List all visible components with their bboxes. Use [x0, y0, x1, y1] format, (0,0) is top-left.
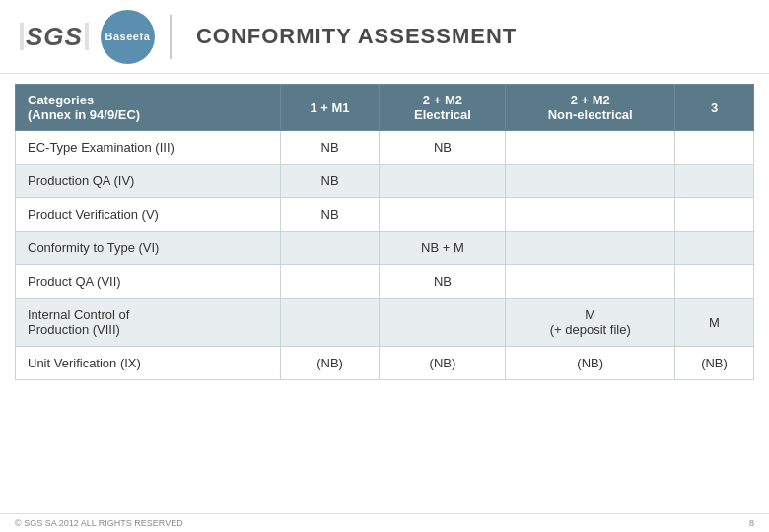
table-container: Categories (Annex in 94/9/EC) 1 + M1 2 +… [0, 74, 769, 513]
cell-m2n: (NB) [506, 347, 675, 380]
cell-m1 [280, 299, 380, 347]
cell-m2e [380, 299, 506, 347]
conformity-table: Categories (Annex in 94/9/EC) 1 + M1 2 +… [15, 84, 754, 380]
copyright-text: © SGS SA 2012 ALL RIGHTS RESERVED [15, 518, 183, 528]
table-body: EC-Type Examination (III)NBNBProduction … [16, 131, 754, 380]
table-row: Internal Control ofProduction (VIII)M(+ … [16, 299, 754, 347]
cell-c3 [675, 198, 754, 232]
cell-m2n [506, 198, 675, 232]
table-row: EC-Type Examination (III)NBNB [16, 131, 754, 165]
col-header-annex: (Annex in 94/9/EC) [28, 107, 140, 122]
cell-category: Unit Verification (IX) [16, 347, 281, 380]
col-header-c3: 3 [675, 85, 754, 131]
cell-m2n [506, 131, 675, 165]
cell-c3 [675, 232, 754, 265]
cell-m2e: (NB) [380, 347, 506, 380]
cell-m1: NB [280, 198, 380, 232]
cell-category: Product QA (VII) [16, 265, 281, 299]
sgs-text: SGS [26, 22, 83, 52]
cell-m2e: NB [380, 265, 506, 299]
table-header-row: Categories (Annex in 94/9/EC) 1 + M1 2 +… [16, 85, 754, 131]
col-header-m2e: 2 + M2Electrical [380, 85, 506, 131]
cell-m2e: NB [380, 131, 506, 165]
cell-category: Production QA (IV) [16, 165, 281, 198]
cell-category: Product Verification (V) [16, 198, 281, 232]
table-row: Product Verification (V)NB [16, 198, 754, 232]
sgs-bar-right [85, 23, 89, 50]
cell-m1: NB [280, 131, 380, 165]
cell-m2n [506, 265, 675, 299]
cell-category: EC-Type Examination (III) [16, 131, 281, 165]
footer: © SGS SA 2012 ALL RIGHTS RESERVED 8 [0, 513, 769, 532]
cell-c3: M [675, 299, 754, 347]
header-divider [170, 15, 172, 59]
cell-m2e: NB + M [380, 232, 506, 265]
cell-m2e [380, 198, 506, 232]
cell-m1 [280, 232, 380, 265]
cell-c3 [675, 131, 754, 165]
cell-c3 [675, 165, 754, 198]
header: SGS Baseefa CONFORMITY ASSESSMENT [0, 0, 769, 74]
cell-m1: NB [280, 165, 380, 198]
page: SGS Baseefa CONFORMITY ASSESSMENT Catego… [0, 0, 769, 532]
cell-category: Internal Control ofProduction (VIII) [16, 299, 281, 347]
sgs-bar-left [20, 23, 24, 50]
baseefa-logo: Baseefa [101, 10, 155, 64]
cell-m2n [506, 165, 675, 198]
table-row: Conformity to Type (VI)NB + M [16, 232, 754, 265]
table-row: Unit Verification (IX)(NB)(NB)(NB)(NB) [16, 347, 754, 380]
cell-m1: (NB) [280, 347, 380, 380]
cell-m2e [380, 165, 506, 198]
cell-c3: (NB) [675, 347, 754, 380]
cell-c3 [675, 265, 754, 299]
table-row: Product QA (VII)NB [16, 265, 754, 299]
col-header-m1: 1 + M1 [280, 85, 380, 131]
page-number: 8 [749, 518, 754, 528]
col-header-m2n: 2 + M2Non-electrical [506, 85, 675, 131]
sgs-logo: SGS [20, 22, 89, 52]
cell-m2n: M(+ deposit file) [506, 299, 675, 347]
cell-m1 [280, 265, 380, 299]
cell-category: Conformity to Type (VI) [16, 232, 281, 265]
baseefa-logo-wrap: Baseefa [101, 10, 155, 64]
page-title: CONFORMITY ASSESSMENT [196, 24, 517, 49]
col-header-category: Categories (Annex in 94/9/EC) [16, 85, 281, 131]
cell-m2n [506, 232, 675, 265]
table-row: Production QA (IV)NB [16, 165, 754, 198]
